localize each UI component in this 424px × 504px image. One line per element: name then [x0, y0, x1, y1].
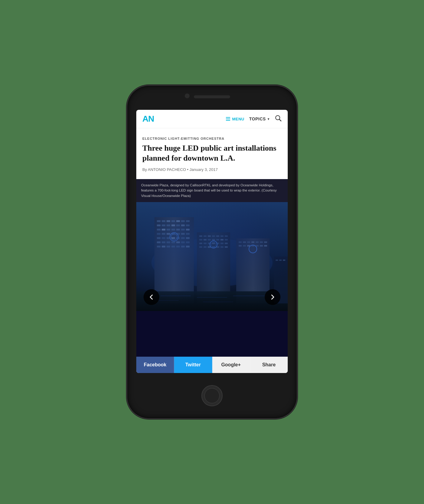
screen-content: AN MENU TOPICS ▼ — [136, 110, 288, 373]
phone-speaker — [194, 95, 230, 98]
prev-arrow-button[interactable] — [144, 289, 159, 305]
phone-top-bar — [127, 86, 297, 110]
phone-screen: AN MENU TOPICS ▼ — [136, 110, 288, 373]
right-arrow-icon — [270, 294, 276, 300]
app-header: AN MENU TOPICS ▼ — [136, 110, 288, 128]
next-arrow-button[interactable] — [265, 289, 280, 305]
site-logo[interactable]: AN — [142, 114, 154, 124]
svg-line-1 — [279, 119, 281, 121]
home-button-inner — [204, 388, 220, 403]
menu-button[interactable]: MENU — [226, 117, 244, 121]
share-button[interactable]: Share — [250, 357, 288, 373]
topics-button[interactable]: TOPICS ▼ — [249, 116, 270, 121]
menu-label: MENU — [232, 117, 244, 121]
home-button[interactable] — [201, 385, 223, 406]
article-byline: By ANTONIO PACHECO • January 3, 2017 — [142, 167, 282, 172]
search-icon — [275, 115, 282, 122]
building-image — [136, 202, 288, 311]
article-header: ELECTRONIC LIGHT-EMITTING ORCHESTRA Thre… — [136, 128, 288, 179]
phone-camera — [185, 93, 190, 98]
phone-device: AN MENU TOPICS ▼ — [127, 86, 297, 418]
image-caption: Oceanwide Plaza, designed by CallisonRTK… — [136, 179, 288, 202]
phone-bottom-bar — [127, 373, 297, 418]
hamburger-icon — [226, 117, 230, 121]
twitter-share-button[interactable]: Twitter — [174, 357, 212, 373]
facebook-share-button[interactable]: Facebook — [136, 357, 174, 373]
topics-label: TOPICS — [249, 116, 266, 121]
article-category: ELECTRONIC LIGHT-EMITTING ORCHESTRA — [142, 137, 282, 140]
left-arrow-icon — [148, 294, 154, 300]
image-section: Oceanwide Plaza, designed by CallisonRTK… — [136, 179, 288, 357]
social-share-bar: Facebook Twitter Google+ Share — [136, 357, 288, 373]
image-navigation — [136, 289, 288, 305]
chevron-down-icon: ▼ — [267, 117, 270, 121]
nav-items: MENU TOPICS ▼ — [226, 115, 282, 123]
article-title: Three huge LED public art installations … — [142, 143, 282, 163]
google-share-button[interactable]: Google+ — [212, 357, 250, 373]
search-button[interactable] — [275, 115, 282, 123]
